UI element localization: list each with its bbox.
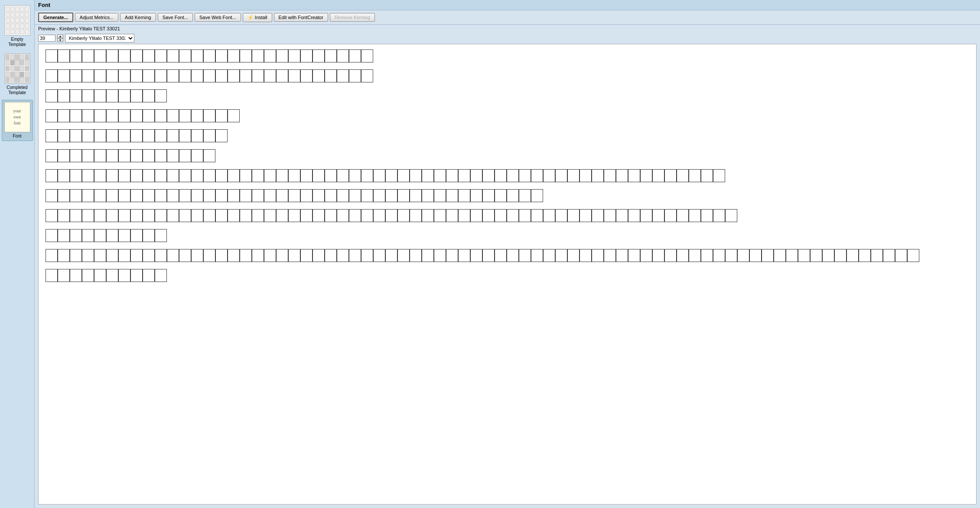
- preview-area[interactable]: [38, 44, 977, 505]
- font-size-up[interactable]: ▲: [57, 34, 63, 38]
- edit-with-fontcreator-button[interactable]: Edit with FontCreator: [274, 13, 328, 22]
- preview-char: [361, 189, 373, 202]
- save-web-font-button[interactable]: Save Web Font...: [195, 13, 241, 22]
- preview-char: [155, 269, 167, 282]
- preview-char: [252, 69, 264, 82]
- add-kerning-button[interactable]: Add Kerning: [120, 13, 156, 22]
- preview-char: [446, 169, 458, 182]
- install-button[interactable]: ⚡ Install: [243, 13, 272, 22]
- preview-char: [349, 69, 361, 82]
- preview-char: [155, 89, 167, 102]
- generate-button[interactable]: Generate...: [38, 13, 73, 22]
- preview-char: [276, 209, 288, 222]
- sidebar-item-font[interactable]: yourownfont Font: [2, 100, 33, 141]
- preview-char: [495, 209, 507, 222]
- preview-char: [191, 149, 203, 162]
- preview-char: [410, 209, 422, 222]
- preview-char: [264, 49, 276, 62]
- preview-char: [118, 249, 130, 262]
- preview-char: [106, 209, 118, 222]
- preview-char: [519, 189, 531, 202]
- preview-char: [143, 189, 155, 202]
- preview-char: [118, 129, 130, 142]
- preview-char: [580, 209, 592, 222]
- preview-char: [519, 169, 531, 182]
- preview-char: [130, 249, 143, 262]
- preview-char: [361, 169, 373, 182]
- preview-char: [203, 189, 215, 202]
- preview-char: [215, 49, 228, 62]
- preview-char: [725, 249, 737, 262]
- preview-char: [167, 169, 179, 182]
- preview-char: [701, 249, 713, 262]
- preview-char: [325, 209, 337, 222]
- preview-char: [325, 69, 337, 82]
- preview-char: [70, 249, 82, 262]
- preview-char: [82, 69, 94, 82]
- preview-char: [458, 169, 470, 182]
- preview-char: [640, 169, 652, 182]
- preview-char: [385, 209, 397, 222]
- preview-char: [361, 209, 373, 222]
- preview-char: [58, 209, 70, 222]
- preview-char: [179, 189, 191, 202]
- empty-template-thumb: [4, 5, 30, 36]
- font-size-spinner: ▲ ▼: [57, 34, 63, 42]
- adjust-metrics-button[interactable]: Adjust Metrics...: [75, 13, 118, 22]
- preview-row-1: [46, 49, 969, 62]
- preview-char: [143, 49, 155, 62]
- preview-char: [191, 129, 203, 142]
- preview-char: [58, 189, 70, 202]
- preview-char: [410, 249, 422, 262]
- font-select[interactable]: Kimberly Ylitalo TEST 33021: [65, 34, 134, 43]
- sidebar-item-completed-template[interactable]: Completed Template: [2, 52, 33, 97]
- preview-row-3: [46, 89, 969, 102]
- remove-kerning-button[interactable]: Remove Kerning: [330, 13, 375, 22]
- preview-char: [130, 209, 143, 222]
- preview-char: [628, 169, 640, 182]
- title-bar: Font: [35, 0, 980, 10]
- preview-char: [373, 249, 385, 262]
- preview-char: [143, 129, 155, 142]
- preview-label-text: Preview - Kimberly Ylitalo TEST 33021: [38, 26, 120, 31]
- sidebar-item-empty-template[interactable]: Empty Template: [2, 3, 33, 49]
- preview-char: [373, 189, 385, 202]
- preview-char: [70, 189, 82, 202]
- preview-char: [82, 89, 94, 102]
- preview-char: [895, 249, 907, 262]
- preview-char: [422, 209, 434, 222]
- preview-char: [240, 169, 252, 182]
- preview-char: [313, 249, 325, 262]
- preview-char: [203, 149, 215, 162]
- preview-char: [191, 49, 203, 62]
- preview-char: [531, 249, 543, 262]
- preview-row-6: [46, 149, 969, 162]
- save-font-button[interactable]: Save Font...: [158, 13, 193, 22]
- font-size-down[interactable]: ▼: [57, 38, 63, 42]
- font-size-input[interactable]: [38, 35, 55, 42]
- preview-char: [616, 169, 628, 182]
- preview-char: [349, 49, 361, 62]
- preview-char: [228, 169, 240, 182]
- title-text: Font: [38, 2, 50, 8]
- preview-char: [422, 169, 434, 182]
- preview-char: [337, 69, 349, 82]
- preview-char: [725, 209, 737, 222]
- preview-char: [240, 69, 252, 82]
- preview-char: [46, 169, 58, 182]
- preview-char: [46, 189, 58, 202]
- preview-char: [94, 49, 106, 62]
- preview-char: [143, 109, 155, 122]
- preview-row-10: [46, 229, 969, 242]
- preview-char: [58, 69, 70, 82]
- preview-char: [361, 49, 373, 62]
- preview-char: [70, 269, 82, 282]
- preview-char: [46, 249, 58, 262]
- preview-char: [203, 169, 215, 182]
- preview-char: [118, 169, 130, 182]
- preview-char: [713, 169, 725, 182]
- preview-char: [337, 209, 349, 222]
- preview-char: [46, 89, 58, 102]
- preview-char: [118, 49, 130, 62]
- preview-char: [543, 249, 555, 262]
